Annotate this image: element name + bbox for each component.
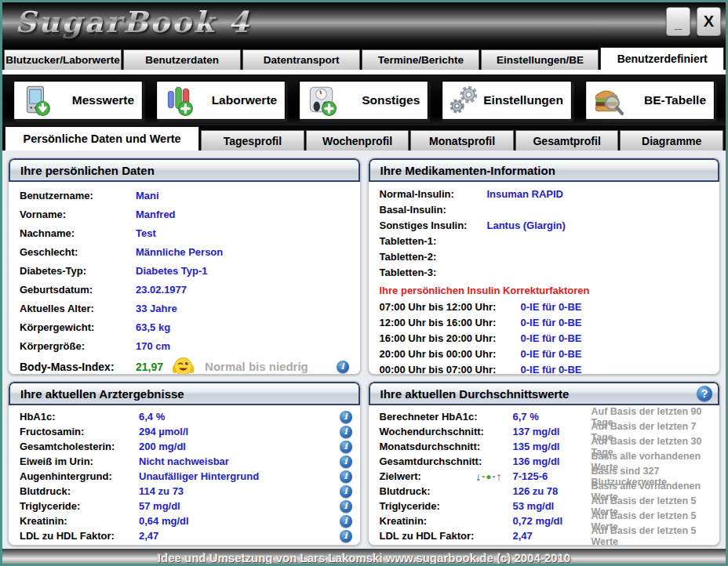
row-value: Lantus (Glargin) [487, 220, 566, 231]
low-arrow-icon: ↓ [475, 470, 481, 483]
correction-value: 0-IE für 0-BE [521, 332, 582, 344]
data-row: Geschlecht: Männliche Person [20, 242, 352, 261]
correction-factors-heading: Ihre persönlichen Insulin Korrekturfakto… [380, 280, 712, 299]
tab-termine-berichte[interactable]: Termine/Berichte [362, 49, 479, 70]
result-row: Eiweiß im Urin: Nicht nachweisbar i [20, 454, 352, 469]
pda-download-icon [19, 84, 52, 117]
einstellungen-button[interactable]: Einstellungen [442, 81, 572, 120]
row-value: Mani [136, 190, 159, 201]
toolbar: Messwerte Laborwerte Sonstiges [2, 74, 726, 125]
info-icon[interactable]: i [340, 500, 352, 513]
row-label: Normal-Insulin: [380, 188, 487, 200]
average-value: 136 mg/dl [513, 455, 592, 467]
wink-thumbs-up-emoji-icon [173, 356, 194, 375]
tab-blutzucker-laborwerte[interactable]: Blutzucker/Laborwerte [4, 49, 122, 70]
row-label: Diabetes-Typ: [20, 265, 136, 277]
time-range-label: 20:00 Uhr bis 00:00 Uhr: [380, 348, 521, 360]
row-label: Geschlecht: [20, 246, 136, 258]
help-icon[interactable]: ? [697, 386, 712, 401]
time-range-label: 07:00 Uhr bis 12:00 Uhr: [380, 301, 521, 313]
data-row: Normal-Insulin: Insuman RAPID [380, 186, 712, 201]
averages-panel-title: Ihre aktuellen Durchschnittswerte [380, 387, 570, 401]
subtab-persoenliche-daten[interactable]: Persönliche Daten und Werte [5, 126, 199, 151]
row-label: Körpergewicht: [20, 321, 136, 333]
correction-value: 0-IE für 0-BE [521, 317, 582, 328]
average-label: Zielwert: [380, 470, 421, 482]
average-label: Kreatinin: [380, 515, 428, 527]
doctor-results-panel-title: Ihre aktuellen Arztergebnisse [9, 382, 360, 405]
subtab-diagramme[interactable]: Diagramme [620, 130, 723, 151]
sonstiges-label: Sonstiges [340, 93, 420, 107]
high-arrow-icon: ↑ [497, 470, 502, 483]
be-tabelle-button[interactable]: BE-Tabelle [585, 81, 715, 120]
data-row: Vorname: Manfred [20, 205, 352, 223]
result-label: HbA1c: [20, 411, 139, 423]
average-value: 126 zu 78 [513, 485, 592, 497]
row-value: Insuman RAPID [487, 188, 564, 200]
subtab-gesamtprofil[interactable]: Gesamtprofil [515, 130, 619, 151]
subtab-wochenprofil[interactable]: Wochenprofil [306, 130, 410, 151]
personal-data-panel-title: Ihre persönlichen Daten [9, 158, 360, 182]
result-value: 6,4 % [139, 411, 340, 423]
close-button[interactable]: X [697, 7, 721, 36]
row-label: Vorname: [20, 209, 136, 220]
data-row: Benutzername: Mani [20, 186, 352, 205]
sonstiges-button[interactable]: Sonstiges [299, 81, 428, 120]
info-icon[interactable]: i [340, 441, 352, 453]
app-window: SugarBook 4 _ X Blutzucker/Laborwerte Be… [0, 0, 728, 566]
subtab-monatsprofil[interactable]: Monatsprofil [410, 130, 514, 151]
subtab-tagesprofil[interactable]: Tagesprofil [201, 130, 304, 151]
scale-add-icon [304, 84, 337, 117]
minimize-button[interactable]: _ [666, 7, 690, 36]
result-row: Kreatinin: 0,64 mg/dl i [20, 513, 352, 528]
laborwerte-label: Laborwerte [198, 93, 277, 107]
correction-row: 12:00 Uhr bis 16:00 Uhr: 0-IE für 0-BE [380, 314, 712, 330]
gears-icon [447, 84, 480, 117]
laborwerte-button[interactable]: Laborwerte [156, 81, 286, 120]
data-row: Tabletten-2: [380, 249, 712, 264]
result-label: Kreatinin: [20, 515, 139, 527]
info-icon[interactable]: i [340, 411, 352, 423]
result-row: Augenhintergrund: Unaufälliger Hintergru… [20, 469, 352, 484]
correction-value: 0-IE für 0-BE [521, 348, 582, 360]
tab-einstellungen-be[interactable]: Einstellungen/BE [481, 49, 599, 70]
data-row: Nachname: Test [20, 223, 352, 242]
bmi-label: Body-Mass-Index: [20, 361, 136, 373]
result-row: Gesamtcholesterin: 200 mg/dl i [20, 439, 352, 454]
tab-benutzerdaten[interactable]: Benutzerdaten [123, 49, 241, 70]
info-icon[interactable]: i [337, 361, 349, 373]
average-value: 0,72 mg/dl [513, 515, 592, 527]
row-label: Benutzername: [20, 190, 136, 201]
average-note: Auf Basis der letzten 5 Werte [592, 525, 712, 546]
window-controls: _ X [666, 7, 721, 36]
info-icon[interactable]: i [340, 470, 352, 483]
average-label: Monatsdurchschnitt: [380, 441, 481, 452]
correction-row: 00:00 Uhr bis 07:00 Uhr: 0-IE für 0-BE [380, 361, 712, 375]
info-icon[interactable]: i [340, 530, 352, 542]
medication-panel-title: Ihre Medikamenten-Information [369, 158, 720, 182]
time-range-label: 12:00 Uhr bis 16:00 Uhr: [380, 317, 521, 328]
tab-datentransport[interactable]: Datentransport [242, 49, 360, 70]
bmi-row: Body-Mass-Index: 21,97 Normal bis niedri… [20, 355, 352, 375]
info-icon[interactable]: i [340, 426, 352, 438]
row-value: 23.02.1977 [136, 284, 187, 296]
info-icon[interactable]: i [340, 485, 352, 498]
info-icon[interactable]: i [340, 455, 352, 468]
data-row: Geburtsdatum: 23.02.1977 [20, 280, 352, 299]
average-value: 135 mg/dl [513, 441, 592, 452]
tab-benutzerdefiniert[interactable]: Benutzerdefiniert [600, 47, 724, 70]
be-tabelle-label: BE-Tabelle [627, 93, 706, 107]
row-label: Basal-Insulin: [380, 204, 487, 216]
row-value: 170 cm [136, 340, 170, 352]
data-row: Körpergewicht: 63,5 kg [20, 317, 352, 336]
main-tab-bar: Blutzucker/Laborwerte Benutzerdaten Date… [2, 47, 726, 70]
messwerte-button[interactable]: Messwerte [13, 81, 143, 120]
row-label: Geburtsdatum: [20, 284, 136, 296]
info-icon[interactable]: i [340, 515, 352, 528]
result-value: 114 zu 73 [139, 485, 340, 497]
result-label: Gesamtcholesterin: [20, 441, 139, 452]
result-label: Eiweiß im Urin: [20, 455, 139, 467]
correction-value: 0-IE für 0-BE [521, 364, 582, 376]
data-row: Körpergröße: 170 cm [20, 336, 352, 355]
average-value: 2,47 [513, 530, 592, 542]
